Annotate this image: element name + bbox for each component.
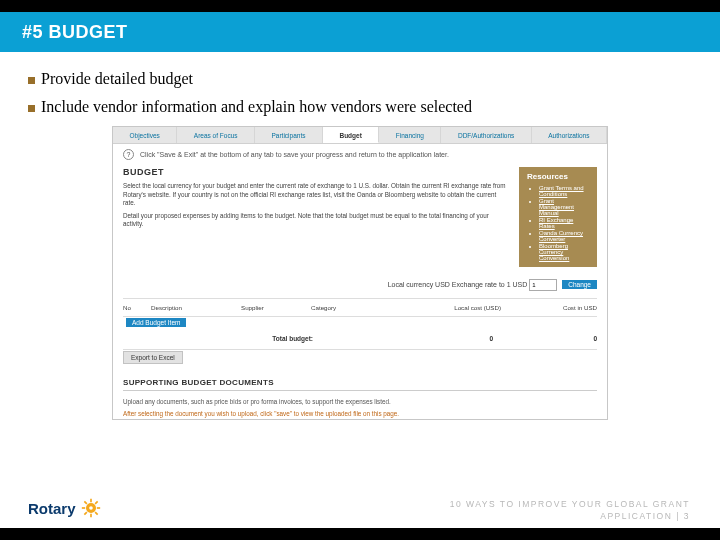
bullet-item: Provide detailed budget: [28, 70, 692, 88]
total-label: Total budget:: [123, 335, 313, 342]
intro-paragraph: Select the local currency for your budge…: [123, 182, 509, 208]
tab-strip: Objectives Areas of Focus Participants B…: [113, 127, 607, 144]
svg-line-6: [95, 512, 98, 515]
tab-participants[interactable]: Participants: [255, 127, 323, 143]
bullet-marker-icon: [28, 105, 35, 112]
add-item-row: Add Budget Item: [113, 318, 607, 333]
footer-line1: 10 WAYS TO IMPROVE YOUR GLOBAL GRANT: [450, 499, 690, 509]
resource-link[interactable]: RI Exchange Rates: [539, 217, 589, 229]
divider: [123, 316, 597, 317]
logo-text: Rotary: [28, 500, 76, 517]
col-cost-usd: Cost in USD: [501, 304, 597, 311]
total-usd-value: 0: [493, 335, 597, 342]
page-number: 3: [684, 511, 690, 521]
col-description: Description: [151, 304, 241, 311]
tab-financing[interactable]: Financing: [379, 127, 441, 143]
tab-ddf-authorizations[interactable]: DDF/Authorizations: [441, 127, 531, 143]
title-bar: #5 BUDGET: [0, 12, 720, 52]
form-screenshot: Objectives Areas of Focus Participants B…: [112, 126, 608, 420]
bullet-text: Include vendor information and explain h…: [41, 98, 472, 116]
save-hint-row: ? Click "Save & Exit" at the bottom of a…: [113, 144, 607, 165]
divider: [123, 390, 597, 391]
divider: [123, 298, 597, 299]
tab-areas-of-focus[interactable]: Areas of Focus: [177, 127, 255, 143]
divider: [123, 349, 597, 350]
resource-link[interactable]: Bloomberg Currency Conversion: [539, 243, 589, 261]
supporting-docs-heading: SUPPORTING BUDGET DOCUMENTS: [113, 370, 607, 390]
col-supplier: Supplier: [241, 304, 311, 311]
svg-line-7: [84, 512, 87, 515]
budget-intro-left: BUDGET Select the local currency for you…: [123, 167, 509, 267]
budget-intro: BUDGET Select the local currency for you…: [113, 165, 607, 273]
rate-label: Local currency USD Exchange rate to 1 US…: [388, 281, 528, 288]
add-budget-item-button[interactable]: Add Budget Item: [126, 318, 186, 327]
intro-paragraph: Detail your proposed expenses by adding …: [123, 212, 509, 229]
bullet-item: Include vendor information and explain h…: [28, 98, 692, 116]
resources-list: Grant Terms and Conditions Grant Managem…: [527, 185, 589, 261]
save-hint-text: Click "Save & Exit" at the bottom of any…: [140, 151, 449, 158]
bullet-marker-icon: [28, 77, 35, 84]
svg-line-8: [95, 501, 98, 504]
resources-heading: Resources: [527, 172, 589, 181]
tab-objectives[interactable]: Objectives: [113, 127, 177, 143]
section-heading: BUDGET: [123, 167, 509, 177]
total-local-value: 0: [313, 335, 493, 342]
col-no: No: [123, 304, 151, 311]
rotary-wheel-icon: [81, 498, 101, 518]
tab-authorizations[interactable]: Authorizations: [532, 127, 607, 143]
footer-separator: |: [676, 511, 684, 521]
svg-point-9: [89, 506, 93, 510]
budget-table-header: No Description Supplier Category Local c…: [113, 300, 607, 315]
export-row: Export to Excel: [113, 351, 607, 370]
after-upload-note: After selecting the document you wish to…: [113, 407, 607, 419]
exchange-rate-row: Local currency USD Exchange rate to 1 US…: [113, 273, 607, 297]
col-category: Category: [311, 304, 391, 311]
content-area: Provide detailed budget Include vendor i…: [0, 52, 720, 420]
export-excel-button[interactable]: Export to Excel: [123, 351, 183, 364]
footer-line2: APPLICATION: [600, 511, 672, 521]
resource-link[interactable]: Grant Terms and Conditions: [539, 185, 589, 197]
slide-title: #5 BUDGET: [22, 22, 128, 43]
col-local-cost: Local cost (USD): [391, 304, 501, 311]
svg-line-5: [84, 501, 87, 504]
change-button[interactable]: Change: [562, 280, 597, 289]
upload-note: Upload any documents, such as price bids…: [113, 395, 607, 407]
rotary-logo: Rotary: [28, 498, 101, 518]
resource-link[interactable]: Grant Management Manual: [539, 198, 589, 216]
bullet-text: Provide detailed budget: [41, 70, 193, 88]
tab-budget[interactable]: Budget: [323, 127, 379, 143]
slide: #5 BUDGET Provide detailed budget Includ…: [0, 12, 720, 528]
total-row: Total budget: 0 0: [113, 333, 607, 348]
help-icon: ?: [123, 149, 134, 160]
resource-link[interactable]: Oanda Currency Converter: [539, 230, 589, 242]
resources-box: Resources Grant Terms and Conditions Gra…: [519, 167, 597, 267]
slide-footer: 10 WAYS TO IMPROVE YOUR GLOBAL GRANT APP…: [450, 499, 690, 522]
rate-input[interactable]: [529, 279, 557, 291]
